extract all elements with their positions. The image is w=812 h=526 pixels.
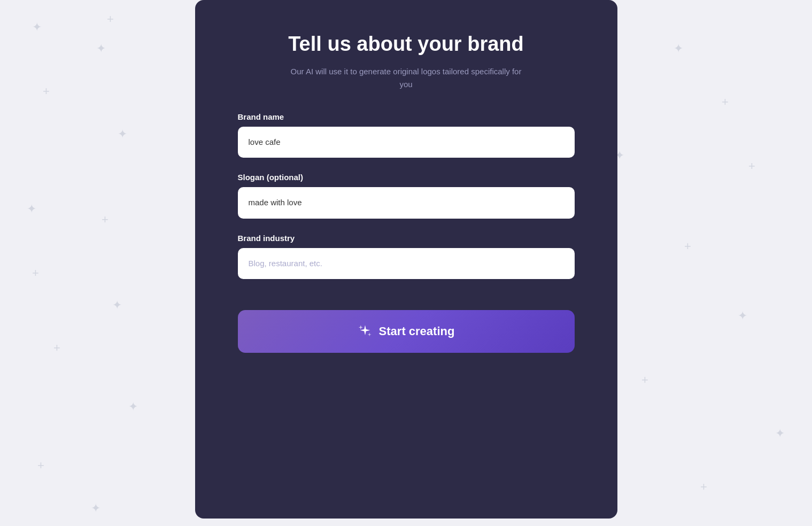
deco-cross: ✦ <box>112 299 122 311</box>
deco-cross: + <box>37 460 44 471</box>
deco-cross: + <box>102 214 109 226</box>
page-subtitle: Our AI will use it to generate original … <box>288 65 523 91</box>
sparkles-icon <box>358 324 373 339</box>
brand-name-label: Brand name <box>238 112 575 121</box>
page-title: Tell us about your brand <box>288 32 524 57</box>
deco-cross: ✦ <box>27 203 36 215</box>
brand-industry-label: Brand industry <box>238 234 575 243</box>
brand-industry-section: Brand industry <box>238 234 575 280</box>
slogan-section: Slogan (optional) <box>238 173 575 219</box>
start-creating-button[interactable]: Start creating <box>238 310 575 353</box>
brand-name-input[interactable] <box>238 127 575 158</box>
deco-cross: + <box>43 86 50 97</box>
start-creating-label: Start creating <box>379 324 455 338</box>
deco-cross: + <box>684 241 691 252</box>
deco-cross: ✦ <box>674 43 683 55</box>
deco-cross: ✦ <box>118 128 127 140</box>
deco-cross: ✦ <box>128 401 138 413</box>
deco-cross: + <box>32 267 39 279</box>
deco-cross: ✦ <box>96 43 106 55</box>
deco-cross: ✦ <box>738 310 747 322</box>
deco-cross: ✦ <box>32 21 42 33</box>
deco-cross: ✦ <box>91 502 100 514</box>
deco-cross: + <box>748 160 755 172</box>
deco-cross: ✦ <box>775 428 785 439</box>
deco-cross: + <box>641 374 648 386</box>
deco-cross: + <box>53 342 60 354</box>
main-card: Tell us about your brand Our AI will use… <box>195 0 617 519</box>
brand-industry-input[interactable] <box>238 248 575 280</box>
deco-cross: + <box>107 13 114 25</box>
deco-cross: + <box>700 481 707 493</box>
slogan-label: Slogan (optional) <box>238 173 575 182</box>
card-header: Tell us about your brand Our AI will use… <box>288 32 524 91</box>
slogan-input[interactable] <box>238 187 575 219</box>
deco-cross: + <box>722 96 729 108</box>
brand-name-section: Brand name <box>238 112 575 158</box>
